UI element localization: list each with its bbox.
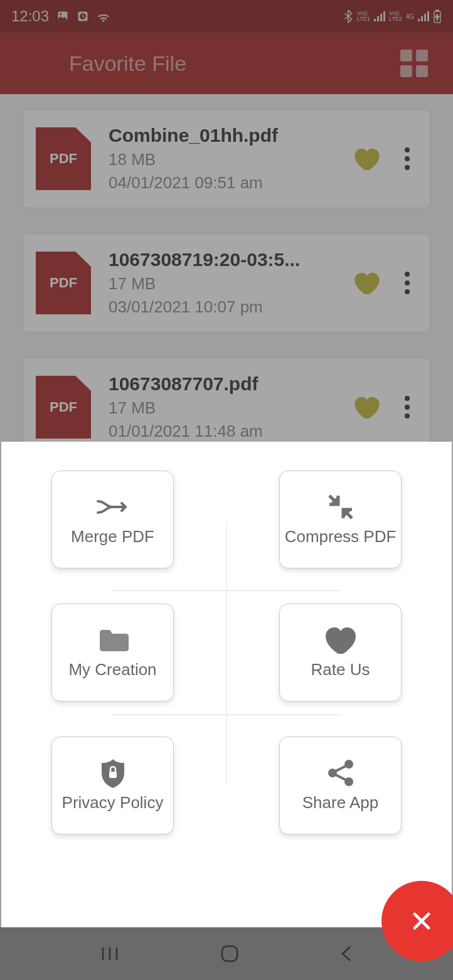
sheet-label: Privacy Policy [62,793,164,812]
divider [112,590,341,591]
share-app-button[interactable]: Share App [279,737,402,834]
sheet-label: Compress PDF [285,527,397,546]
home-button[interactable] [220,944,240,964]
divider [226,521,227,784]
share-icon [323,759,358,787]
close-icon [410,909,434,933]
compress-icon [323,493,358,521]
svg-rect-14 [109,772,117,778]
merge-icon [95,493,131,521]
privacy-policy-button[interactable]: Privacy Policy [51,737,174,834]
back-button[interactable] [340,944,353,963]
folder-icon [95,626,131,654]
recents-button[interactable] [100,945,119,962]
rate-us-button[interactable]: Rate Us [279,604,402,701]
sheet-label: Rate Us [311,660,370,679]
sheet-label: Share App [302,793,378,812]
compress-pdf-button[interactable]: Compress PDF [279,471,402,568]
svg-rect-18 [222,946,237,961]
sheet-label: My Creation [68,660,156,679]
sheet-label: Merge PDF [71,527,154,546]
heart-icon [323,626,358,654]
my-creation-button[interactable]: My Creation [51,604,174,701]
shield-icon [95,759,131,787]
divider [112,715,341,715]
action-sheet: Merge PDF Compress PDF My Creation Rate … [1,442,452,927]
merge-pdf-button[interactable]: Merge PDF [51,471,174,568]
